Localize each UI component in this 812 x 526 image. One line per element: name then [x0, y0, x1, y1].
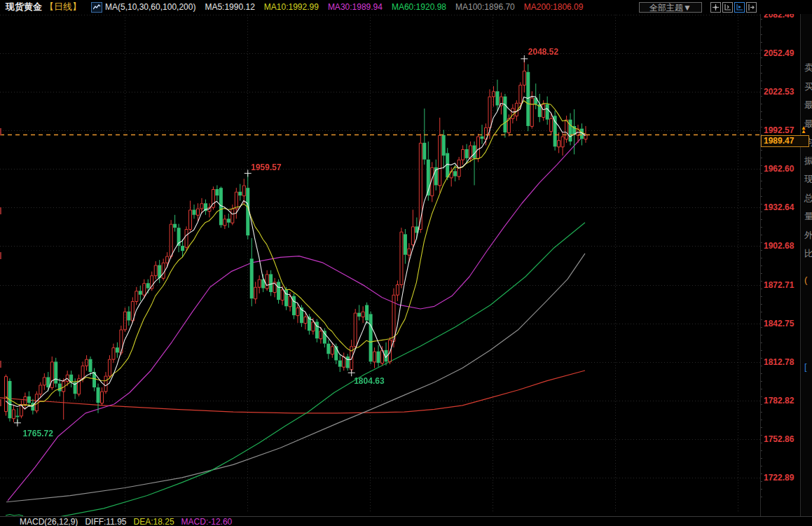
clipped-quote-label: 现: [804, 173, 812, 186]
ma30-value: MA30:1989.94: [328, 2, 383, 12]
y-axis-label: 1812.78: [764, 357, 794, 367]
y-axis-ticks: [761, 11, 762, 501]
clipped-quote-label: 外: [804, 229, 812, 242]
clipped-quote-fragment: [: [804, 361, 807, 372]
current-price-tag: 1989.47: [761, 135, 809, 147]
clipped-quote-label: 卖: [804, 62, 812, 74]
ma200-value: MA200:1806.09: [524, 2, 584, 12]
clipped-quote-label: 量: [804, 210, 812, 223]
clipped-quote-fragment: (: [804, 275, 807, 285]
trading-app: { "header": { "title": "现货黄金", "period":…: [0, 0, 812, 526]
chart-header-bar: 现货黄金 【日线】 MA(5,10,30,60,100,200) MA5:199…: [0, 0, 812, 14]
y-axis-label: 1902.68: [764, 241, 794, 251]
pan-icon[interactable]: [710, 2, 721, 13]
y-axis-label: 1782.82: [764, 396, 794, 406]
y-axis-label: 1722.89: [764, 473, 794, 483]
clipped-left-axis-fragment: [0, 361, 1, 368]
y-axis-label: 1842.75: [764, 319, 794, 328]
clipped-quote-label: 比: [804, 247, 812, 260]
y-axis-label: 1932.64: [764, 202, 794, 212]
pane-expand-icon[interactable]: [746, 2, 757, 13]
clipped-quote-panel: 卖买最最均振现总量外比([: [800, 0, 812, 516]
macd-diff-value: DIFF:11.95: [85, 517, 126, 526]
clipped-quote-label: 振: [804, 155, 812, 167]
left-axis-scale-icon[interactable]: [722, 2, 733, 13]
y-axis-label: 1992.57: [764, 125, 794, 135]
chart-toolbar: [710, 2, 758, 13]
ma10-value: MA10:1992.99: [264, 2, 319, 12]
y-axis-label: 2022.53: [764, 87, 794, 97]
clipped-left-axis-fragment: [0, 399, 1, 406]
candlestick-chart[interactable]: [0, 0, 760, 516]
all-themes-dropdown-button[interactable]: 全部主题▼: [639, 2, 702, 13]
y-axis-label: 2052.49: [764, 48, 794, 58]
ma-group-label: MA(5,10,30,60,100,200): [105, 2, 195, 12]
clipped-quote-label: 总: [804, 192, 812, 205]
clipped-quote-label: 最: [804, 99, 812, 111]
candlestick-chart-icon: [91, 2, 102, 13]
macd-label: MACD(26,12,9): [20, 517, 78, 526]
y-axis-panel[interactable]: 2082.462052.492022.531992.571962.601932.…: [760, 0, 800, 516]
symbol-title: 现货黄金: [6, 1, 42, 13]
period-label: 【日线】: [45, 1, 81, 13]
right-axis-scale-icon[interactable]: [734, 2, 745, 13]
ma5-value: MA5:1990.12: [205, 2, 254, 12]
clipped-left-axis-fragment: [0, 252, 1, 259]
y-axis-label: 1752.86: [764, 434, 794, 444]
macd-dea-value: DEA:18.25: [134, 517, 174, 526]
y-axis-label: 1872.71: [764, 280, 794, 290]
macd-indicator-bar[interactable]: MACD(26,12,9) DIFF:11.95 DEA:18.25 MACD:…: [0, 516, 812, 526]
price-up-arrow-icon: ▲▲: [801, 127, 806, 134]
macd-macd-value: MACD:-12.60: [181, 517, 233, 526]
clipped-quote-label: 买: [804, 81, 812, 93]
ma100-value: MA100:1896.70: [455, 2, 515, 12]
clipped-left-axis-fragment: [0, 207, 1, 214]
y-axis-label: 1962.60: [764, 164, 794, 174]
clipped-left-axis-fragment: [0, 128, 1, 135]
ma60-value: MA60:1920.98: [392, 2, 446, 12]
